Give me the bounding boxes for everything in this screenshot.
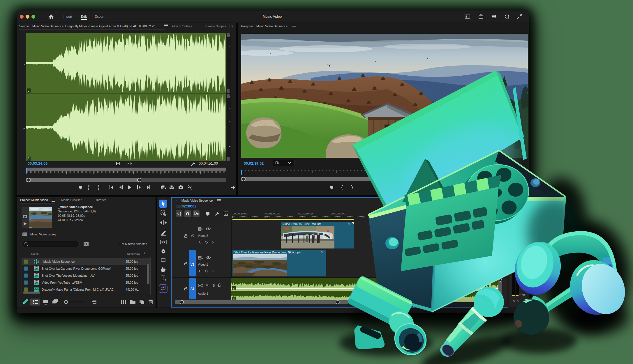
svg-text:L: L bbox=[233, 287, 234, 290]
svg-text:S: S bbox=[213, 284, 215, 287]
svg-text:L: L bbox=[28, 89, 29, 92]
svg-text:R: R bbox=[27, 157, 29, 160]
svg-text:M: M bbox=[206, 284, 208, 287]
